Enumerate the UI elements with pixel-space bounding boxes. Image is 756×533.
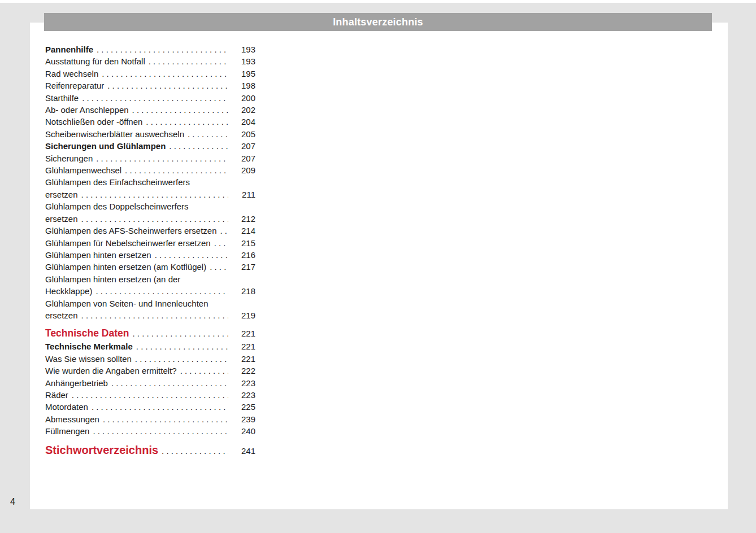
toc-leader-dots [146, 116, 228, 128]
toc-entry-page: 215 [236, 237, 255, 249]
toc-entry: Ausstattung für den Notfall 193 [45, 55, 255, 67]
toc-leader-dots [103, 413, 228, 425]
toc-entry-label: Glühlampenwechsel [45, 164, 121, 176]
toc-entry-label: Was Sie wissen sollten [45, 353, 132, 365]
toc-entry-page: 205 [236, 128, 255, 140]
toc-entry-label: Technische Daten [45, 326, 129, 340]
toc-leader-dots [136, 340, 228, 352]
toc-entry-page: 240 [236, 425, 255, 437]
toc-leader-dots [82, 92, 228, 104]
toc-entry-page: 193 [236, 55, 255, 67]
toc-list: Pannenhilfe 193 Ausstattung für den Notf… [45, 43, 255, 458]
toc-entry-label: Reifenreparatur [45, 80, 104, 91]
toc-entry-page: 214 [236, 225, 255, 237]
toc-entry-page: 218 [236, 285, 255, 297]
toc-entry-label: Glühlampen für Nebelscheinwerfer ersetze… [45, 237, 211, 249]
toc-leader-dots [125, 164, 228, 176]
toc-entry-page: 223 [236, 377, 255, 389]
toc-entry: ersetzen 219 [45, 309, 255, 321]
toc-entry: Glühlampen von Seiten- und Innenleuchten [45, 298, 255, 309]
toc-leader-dots [93, 425, 228, 437]
toc-leader-dots [111, 377, 228, 389]
toc-entry: Notschließen oder -öffnen 204 [45, 116, 255, 128]
toc-entry-page: 216 [236, 249, 255, 261]
toc-entry-page: 209 [236, 164, 255, 176]
toc-leader-dots [149, 55, 228, 67]
section-header-bar: Inhaltsverzeichnis [44, 13, 712, 31]
toc-entry: Was Sie wissen sollten 221 [45, 353, 255, 365]
toc-entry-page: 221 [236, 340, 255, 352]
toc-entry-label: Füllmengen [45, 425, 89, 437]
toc-leader-dots [102, 68, 228, 80]
toc-entry-page: 217 [236, 261, 255, 273]
page-title: Inhaltsverzeichnis [333, 16, 423, 28]
toc-entry-label: ersetzen [45, 309, 78, 321]
toc-entry-page: 204 [236, 116, 255, 128]
toc-entry-label: Rad wechseln [45, 68, 98, 80]
toc-entry-page: 200 [236, 92, 255, 104]
toc-entry-label: Glühlampen des Doppelscheinwerfers [45, 200, 188, 212]
toc-entry-label: Scheibenwischerblätter auswechseln [45, 128, 184, 140]
toc-entry-page: 211 [236, 189, 255, 200]
toc-entry: ersetzen 211 [45, 189, 255, 200]
toc-entry-page: 207 [236, 152, 255, 164]
toc-leader-dots [81, 189, 228, 200]
toc-entry: Glühlampen des Einfachscheinwerfers [45, 176, 255, 188]
toc-entry-label: Glühlampen des AFS-Scheinwerfers ersetze… [45, 225, 216, 237]
toc-entry: Pannenhilfe 193 [45, 43, 255, 55]
toc-entry-label: Glühlampen hinten ersetzen (an der [45, 273, 180, 285]
toc-entry-page: 212 [236, 213, 255, 225]
toc-entry: Füllmengen 240 [45, 425, 255, 437]
toc-leader-dots [180, 365, 228, 377]
document-page: Pannenhilfe 193 Ausstattung für den Notf… [30, 23, 728, 509]
toc-leader-dots [188, 128, 228, 140]
toc-entry: Glühlampenwechsel 209 [45, 164, 255, 176]
toc-leader-dots [214, 237, 228, 249]
toc-entry-label: Glühlampen hinten ersetzen [45, 249, 151, 261]
toc-entry: Rad wechseln 195 [45, 68, 255, 80]
toc-entry-label: Sicherungen [45, 152, 93, 164]
toc-entry-label: Glühlampen von Seiten- und Innenleuchten [45, 298, 208, 309]
toc-entry: Sicherungen und Glühlampen 207 [45, 140, 255, 152]
toc-entry-label: ersetzen [45, 213, 78, 225]
toc-entry: Motordaten 225 [45, 401, 255, 413]
toc-entry-label: Wie wurden die Angaben ermittelt? [45, 365, 177, 377]
toc-leader-dots [220, 225, 228, 237]
toc-entry-label: Ausstattung für den Notfall [45, 55, 145, 67]
toc-entry-page: 198 [236, 80, 255, 91]
toc-entry: Sicherungen 207 [45, 152, 255, 164]
toc-leader-dots [162, 443, 228, 458]
toc-entry-label: Technische Merkmale [45, 340, 133, 352]
toc-entry: Glühlampen für Nebelscheinwerfer ersetze… [45, 237, 255, 249]
toc-entry-page: 225 [236, 401, 255, 413]
toc-entry: Glühlampen hinten ersetzen 216 [45, 249, 255, 261]
toc-entry-page: 202 [236, 104, 255, 116]
toc-entry: Scheibenwischerblätter auswechseln 205 [45, 128, 255, 140]
toc-entry-label: ersetzen [45, 189, 78, 200]
toc-entry-page: 222 [236, 365, 255, 377]
toc-entry: Ab- oder Anschleppen 202 [45, 104, 255, 116]
toc-entry-page: 193 [236, 43, 255, 55]
toc-leader-dots [95, 285, 228, 297]
toc-entry: Technische Daten 221 [45, 326, 255, 340]
toc-entry: Glühlampen hinten ersetzen (an der [45, 273, 255, 285]
toc-entry-label: Räder [45, 389, 68, 401]
toc-entry: Starthilfe 200 [45, 92, 255, 104]
toc-entry: Räder 223 [45, 389, 255, 401]
toc-entry-page: 219 [236, 309, 255, 321]
toc-entry-label: Sicherungen und Glühlampen [45, 140, 166, 152]
toc-entry-page: 221 [236, 353, 255, 365]
toc-leader-dots [81, 309, 228, 321]
toc-leader-dots [169, 140, 228, 152]
top-edge-strip [0, 0, 756, 3]
toc-entry-label: Motordaten [45, 401, 88, 413]
toc-entry-page: 223 [236, 389, 255, 401]
toc-entry: Reifenreparatur 198 [45, 80, 255, 91]
document-background: { "header": { "title": "Inhaltsverzeichn… [0, 0, 756, 533]
toc-entry-page: 241 [236, 443, 255, 458]
toc-entry-label: Glühlampen des Einfachscheinwerfers [45, 176, 190, 188]
toc-entry-page: 221 [236, 327, 255, 340]
toc-entry: ersetzen 212 [45, 213, 255, 225]
toc-leader-dots [96, 152, 228, 164]
toc-leader-dots [132, 327, 228, 340]
